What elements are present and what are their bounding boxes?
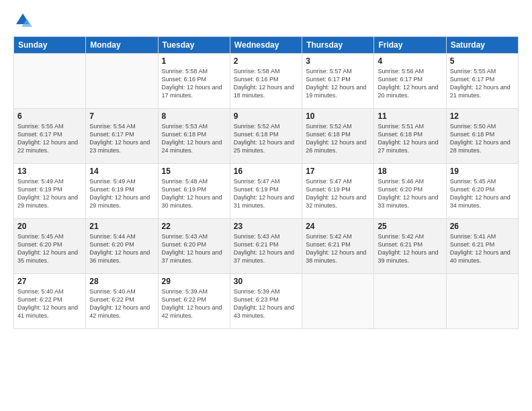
calendar-day-cell: 4Sunrise: 5:56 AM Sunset: 6:17 PM Daylig… [374, 54, 446, 109]
calendar-day-cell: 22Sunrise: 5:43 AM Sunset: 6:20 PM Dayli… [158, 219, 230, 274]
day-info: Sunrise: 5:40 AM Sunset: 6:22 PM Dayligh… [89, 287, 154, 320]
day-info: Sunrise: 5:39 AM Sunset: 6:23 PM Dayligh… [234, 287, 298, 320]
day-number: 29 [162, 277, 226, 286]
day-number: 15 [162, 167, 226, 176]
calendar-day-cell: 26Sunrise: 5:41 AM Sunset: 6:21 PM Dayli… [446, 219, 518, 274]
day-number: 7 [89, 111, 154, 121]
day-info: Sunrise: 5:47 AM Sunset: 6:19 PM Dayligh… [306, 177, 370, 210]
day-info: Sunrise: 5:47 AM Sunset: 6:19 PM Dayligh… [234, 177, 298, 210]
day-number: 4 [378, 56, 442, 66]
day-number: 14 [89, 167, 154, 176]
day-number: 11 [378, 111, 442, 121]
day-number: 6 [17, 111, 82, 121]
header [13, 11, 519, 30]
calendar-day-cell: 19Sunrise: 5:45 AM Sunset: 6:20 PM Dayli… [446, 164, 518, 219]
calendar-day-cell: 23Sunrise: 5:43 AM Sunset: 6:21 PM Dayli… [230, 219, 302, 274]
calendar-day-cell: 11Sunrise: 5:51 AM Sunset: 6:18 PM Dayli… [374, 109, 446, 164]
calendar-day-cell: 5Sunrise: 5:55 AM Sunset: 6:17 PM Daylig… [446, 54, 518, 109]
day-info: Sunrise: 5:39 AM Sunset: 6:22 PM Dayligh… [162, 287, 226, 320]
day-number: 21 [89, 222, 154, 231]
day-number: 19 [450, 167, 515, 176]
day-number: 2 [234, 56, 298, 66]
day-info: Sunrise: 5:49 AM Sunset: 6:19 PM Dayligh… [17, 177, 82, 210]
day-number: 28 [89, 277, 154, 286]
day-info: Sunrise: 5:48 AM Sunset: 6:19 PM Dayligh… [162, 177, 226, 210]
calendar-day-cell: 14Sunrise: 5:49 AM Sunset: 6:19 PM Dayli… [86, 164, 158, 219]
calendar-day-header: Tuesday [158, 37, 230, 54]
calendar-day-cell: 12Sunrise: 5:50 AM Sunset: 6:18 PM Dayli… [446, 109, 518, 164]
calendar-week-row: 20Sunrise: 5:45 AM Sunset: 6:20 PM Dayli… [14, 219, 519, 274]
day-number: 17 [306, 167, 370, 176]
calendar-day-cell: 10Sunrise: 5:52 AM Sunset: 6:18 PM Dayli… [302, 109, 374, 164]
day-info: Sunrise: 5:58 AM Sunset: 6:16 PM Dayligh… [234, 67, 298, 100]
day-info: Sunrise: 5:52 AM Sunset: 6:18 PM Dayligh… [234, 122, 298, 155]
calendar-day-cell: 6Sunrise: 5:55 AM Sunset: 6:17 PM Daylig… [14, 109, 86, 164]
day-number: 24 [306, 222, 370, 231]
day-info: Sunrise: 5:58 AM Sunset: 6:16 PM Dayligh… [162, 67, 226, 100]
day-number: 3 [306, 56, 370, 66]
day-number: 20 [17, 222, 82, 231]
day-info: Sunrise: 5:44 AM Sunset: 6:20 PM Dayligh… [89, 232, 154, 265]
day-info: Sunrise: 5:43 AM Sunset: 6:21 PM Dayligh… [234, 232, 298, 265]
calendar-week-row: 13Sunrise: 5:49 AM Sunset: 6:19 PM Dayli… [14, 164, 519, 219]
logo-icon [13, 11, 32, 30]
day-number: 1 [162, 56, 226, 66]
calendar-week-row: 6Sunrise: 5:55 AM Sunset: 6:17 PM Daylig… [14, 109, 519, 164]
calendar-day-cell: 20Sunrise: 5:45 AM Sunset: 6:20 PM Dayli… [14, 219, 86, 274]
day-number: 22 [162, 222, 226, 231]
calendar-day-cell: 24Sunrise: 5:42 AM Sunset: 6:21 PM Dayli… [302, 219, 374, 274]
calendar-day-cell: 3Sunrise: 5:57 AM Sunset: 6:17 PM Daylig… [302, 54, 374, 109]
calendar-day-cell: 7Sunrise: 5:54 AM Sunset: 6:17 PM Daylig… [86, 109, 158, 164]
calendar-day-cell [302, 274, 374, 329]
day-info: Sunrise: 5:55 AM Sunset: 6:17 PM Dayligh… [450, 67, 515, 100]
day-info: Sunrise: 5:49 AM Sunset: 6:19 PM Dayligh… [89, 177, 154, 210]
day-number: 9 [234, 111, 298, 121]
day-info: Sunrise: 5:41 AM Sunset: 6:21 PM Dayligh… [450, 232, 515, 265]
day-info: Sunrise: 5:43 AM Sunset: 6:20 PM Dayligh… [162, 232, 226, 265]
day-info: Sunrise: 5:42 AM Sunset: 6:21 PM Dayligh… [378, 232, 442, 265]
day-number: 27 [17, 277, 82, 286]
day-info: Sunrise: 5:54 AM Sunset: 6:17 PM Dayligh… [89, 122, 154, 155]
day-info: Sunrise: 5:50 AM Sunset: 6:18 PM Dayligh… [450, 122, 515, 155]
day-number: 12 [450, 111, 515, 121]
day-info: Sunrise: 5:55 AM Sunset: 6:17 PM Dayligh… [17, 122, 82, 155]
day-number: 8 [162, 111, 226, 121]
calendar-header-row: SundayMondayTuesdayWednesdayThursdayFrid… [14, 37, 519, 54]
calendar-day-cell: 27Sunrise: 5:40 AM Sunset: 6:22 PM Dayli… [14, 274, 86, 329]
day-number: 23 [234, 222, 298, 231]
calendar-day-header: Sunday [14, 37, 86, 54]
calendar-day-cell [86, 54, 158, 109]
day-number: 10 [306, 111, 370, 121]
day-info: Sunrise: 5:45 AM Sunset: 6:20 PM Dayligh… [17, 232, 82, 265]
day-number: 26 [450, 222, 515, 231]
calendar-day-header: Monday [86, 37, 158, 54]
day-number: 30 [234, 277, 298, 286]
day-info: Sunrise: 5:51 AM Sunset: 6:18 PM Dayligh… [378, 122, 442, 155]
calendar-table: SundayMondayTuesdayWednesdayThursdayFrid… [13, 36, 519, 329]
day-info: Sunrise: 5:45 AM Sunset: 6:20 PM Dayligh… [450, 177, 515, 210]
calendar-week-row: 1Sunrise: 5:58 AM Sunset: 6:16 PM Daylig… [14, 54, 519, 109]
calendar-day-cell: 16Sunrise: 5:47 AM Sunset: 6:19 PM Dayli… [230, 164, 302, 219]
day-number: 18 [378, 167, 442, 176]
calendar-day-cell: 21Sunrise: 5:44 AM Sunset: 6:20 PM Dayli… [86, 219, 158, 274]
day-number: 16 [234, 167, 298, 176]
calendar-day-cell: 18Sunrise: 5:46 AM Sunset: 6:20 PM Dayli… [374, 164, 446, 219]
calendar-day-cell: 8Sunrise: 5:53 AM Sunset: 6:18 PM Daylig… [158, 109, 230, 164]
day-info: Sunrise: 5:46 AM Sunset: 6:20 PM Dayligh… [378, 177, 442, 210]
calendar-day-cell: 15Sunrise: 5:48 AM Sunset: 6:19 PM Dayli… [158, 164, 230, 219]
calendar-day-cell: 1Sunrise: 5:58 AM Sunset: 6:16 PM Daylig… [158, 54, 230, 109]
calendar-day-cell: 30Sunrise: 5:39 AM Sunset: 6:23 PM Dayli… [230, 274, 302, 329]
calendar-day-cell [446, 274, 518, 329]
day-info: Sunrise: 5:40 AM Sunset: 6:22 PM Dayligh… [17, 287, 82, 320]
day-info: Sunrise: 5:53 AM Sunset: 6:18 PM Dayligh… [162, 122, 226, 155]
calendar-week-row: 27Sunrise: 5:40 AM Sunset: 6:22 PM Dayli… [14, 274, 519, 329]
calendar-day-header: Thursday [302, 37, 374, 54]
calendar-day-cell: 13Sunrise: 5:49 AM Sunset: 6:19 PM Dayli… [14, 164, 86, 219]
calendar-day-cell: 9Sunrise: 5:52 AM Sunset: 6:18 PM Daylig… [230, 109, 302, 164]
page: SundayMondayTuesdayWednesdayThursdayFrid… [0, 0, 532, 411]
calendar-day-cell [374, 274, 446, 329]
day-number: 5 [450, 56, 515, 66]
day-info: Sunrise: 5:42 AM Sunset: 6:21 PM Dayligh… [306, 232, 370, 265]
day-info: Sunrise: 5:52 AM Sunset: 6:18 PM Dayligh… [306, 122, 370, 155]
calendar-day-cell: 17Sunrise: 5:47 AM Sunset: 6:19 PM Dayli… [302, 164, 374, 219]
